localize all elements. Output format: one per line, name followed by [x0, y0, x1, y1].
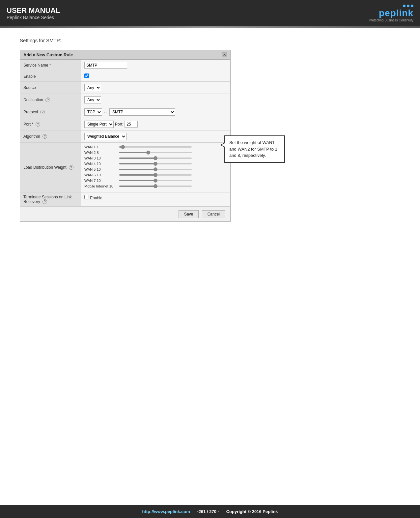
service-name-value-cell [81, 60, 230, 71]
page-footer: http://www.peplink.com -261 / 270 - Copy… [0, 505, 420, 518]
port-label: Port * ? [20, 118, 81, 130]
wan-slider-thumb-5[interactable] [154, 167, 157, 171]
wan-row-7: WAN 7 10 [84, 179, 227, 183]
wan-slider-thumb-1[interactable] [121, 145, 125, 149]
row-enable: Enable [20, 71, 230, 82]
wan-row-6: WAN 6 10 [84, 173, 227, 177]
weight-value-cell: WAN 1 1WAN 2 8WAN 3 10WAN 4 10WAN 5 10WA… [81, 143, 230, 192]
wan-slider-track-7[interactable] [119, 180, 192, 181]
logo-text: peplink [379, 8, 413, 18]
row-destination: Destination ? Any [20, 94, 230, 106]
wan-slider-fill-5 [119, 169, 155, 170]
logo-dots [403, 5, 413, 7]
footer-copyright: Copyright © 2016 Peplink [226, 509, 278, 514]
callout-tooltip: Set the weight of WAN1 and WAN2 for SMTP… [224, 135, 285, 163]
weight-help-icon[interactable]: ? [69, 165, 73, 170]
dialog-wrapper: Add a New Custom Rule ✕ Service Name * E… [20, 50, 231, 222]
wan-slider-track-5[interactable] [119, 169, 192, 170]
wan-label-1: WAN 1 1 [84, 145, 117, 149]
wan-label-4: WAN 4 10 [84, 162, 117, 166]
wan-slider-thumb-8[interactable] [154, 184, 157, 188]
wan-slider-track-8[interactable] [119, 186, 192, 187]
wan-slider-track-6[interactable] [119, 174, 192, 176]
port-row: Single Port Port: [84, 121, 227, 128]
port-value-cell: Single Port Port: [81, 118, 230, 130]
form-table: Service Name * Enable Source [20, 60, 230, 207]
page-header: USER MANUAL Peplink Balance Series pepli… [0, 0, 420, 26]
destination-value-cell: Any [81, 94, 230, 106]
footer-page-info: -261 / 270 - [197, 509, 219, 514]
wan-slider-track-3[interactable] [119, 158, 192, 159]
logo-tagline: Protecting Business Continuity [369, 18, 413, 22]
destination-select[interactable]: Any [84, 96, 101, 103]
service-name-label: Service Name * [20, 60, 81, 71]
wan-slider-thumb-3[interactable] [154, 156, 157, 160]
logo-dot-3 [411, 5, 413, 7]
terminate-checkbox[interactable] [84, 195, 89, 199]
dialog-footer: Save Cancel [20, 207, 230, 221]
wan-slider-fill-3 [119, 158, 155, 159]
section-intro: Settings for SMTP: [20, 38, 400, 43]
weight-label: Load Distribution Weight ? [20, 143, 81, 192]
wan-row-3: WAN 3 10 [84, 156, 227, 160]
cancel-button[interactable]: Cancel [202, 210, 225, 218]
wan-label-3: WAN 3 10 [84, 156, 117, 160]
custom-rule-dialog: Add a New Custom Rule ✕ Service Name * E… [20, 50, 231, 222]
wan-slider-fill-2 [119, 152, 148, 153]
enable-checkbox[interactable] [84, 73, 89, 78]
manual-subtitle: Peplink Balance Series [7, 15, 60, 20]
wan-row-1: WAN 1 1 [84, 145, 227, 149]
protocol-label: Protocol ? [20, 106, 81, 118]
service-name-input[interactable] [84, 62, 127, 69]
wan-slider-fill-6 [119, 174, 155, 176]
port-help-icon[interactable]: ? [36, 122, 40, 127]
protocol-help-icon[interactable]: ? [40, 110, 45, 114]
wan-slider-track-4[interactable] [119, 163, 192, 164]
wan-slider-track-2[interactable] [119, 152, 192, 153]
row-service-name: Service Name * [20, 60, 230, 71]
enable-label: Enable [20, 71, 81, 82]
row-protocol: Protocol ? TCP ← SMTP [20, 106, 230, 118]
port-type-select[interactable]: Single Port [84, 121, 114, 128]
dialog-titlebar: Add a New Custom Rule ✕ [20, 50, 230, 60]
callout-text: Set the weight of WAN1 and WAN2 for SMTP… [229, 140, 277, 158]
logo-pep: pep [379, 8, 396, 18]
algorithm-select[interactable]: Weighted Balance [84, 133, 126, 140]
destination-label: Destination ? [20, 94, 81, 106]
protocol-tcp-select[interactable]: TCP [84, 108, 102, 116]
wan-row-2: WAN 2 8 [84, 151, 227, 155]
dialog-body: Service Name * Enable Source [20, 60, 230, 207]
row-port: Port * ? Single Port Port: [20, 118, 230, 130]
wan-slider-thumb-4[interactable] [154, 162, 157, 166]
wan-label-2: WAN 2 8 [84, 151, 117, 155]
header-title-block: USER MANUAL Peplink Balance Series [7, 6, 60, 20]
wan-slider-thumb-7[interactable] [154, 179, 157, 183]
dialog-close-button[interactable]: ✕ [222, 52, 227, 57]
logo-dot-1 [403, 5, 406, 7]
terminate-value-cell: Enable [81, 192, 230, 207]
source-select[interactable]: Any [84, 84, 101, 91]
logo-link: link [396, 8, 413, 18]
enable-value-cell [81, 71, 230, 82]
protocol-arrow: ← [103, 109, 108, 115]
row-weight: Load Distribution Weight ? WAN 1 1WAN 2 … [20, 143, 230, 192]
wan-slider-thumb-6[interactable] [154, 173, 157, 177]
algorithm-value-cell: Weighted Balance [81, 130, 230, 143]
main-content: Settings for SMTP: Add a New Custom Rule… [0, 28, 420, 505]
wan-slider-track-1[interactable] [119, 146, 192, 148]
footer-url[interactable]: http://www.peplink.com [142, 509, 190, 514]
terminate-help-icon[interactable]: ? [42, 199, 47, 204]
wan-slider-thumb-2[interactable] [146, 151, 150, 155]
save-button[interactable]: Save [179, 210, 199, 218]
protocol-smtp-select[interactable]: SMTP [109, 108, 175, 116]
destination-help-icon[interactable]: ? [45, 98, 50, 102]
dialog-title: Add a New Custom Rule [23, 52, 73, 57]
port-input[interactable] [125, 121, 138, 128]
wan-row-4: WAN 4 10 [84, 162, 227, 166]
wan-label-7: WAN 7 10 [84, 179, 117, 183]
algorithm-help-icon[interactable]: ? [42, 134, 47, 139]
logo-block: peplink Protecting Business Continuity [369, 5, 413, 22]
row-terminate: Terminate Sessions on Link Recovery ? En… [20, 192, 230, 207]
wan-label-8: Mobile Internet 10 [84, 184, 117, 188]
wan-slider-fill-4 [119, 163, 155, 164]
